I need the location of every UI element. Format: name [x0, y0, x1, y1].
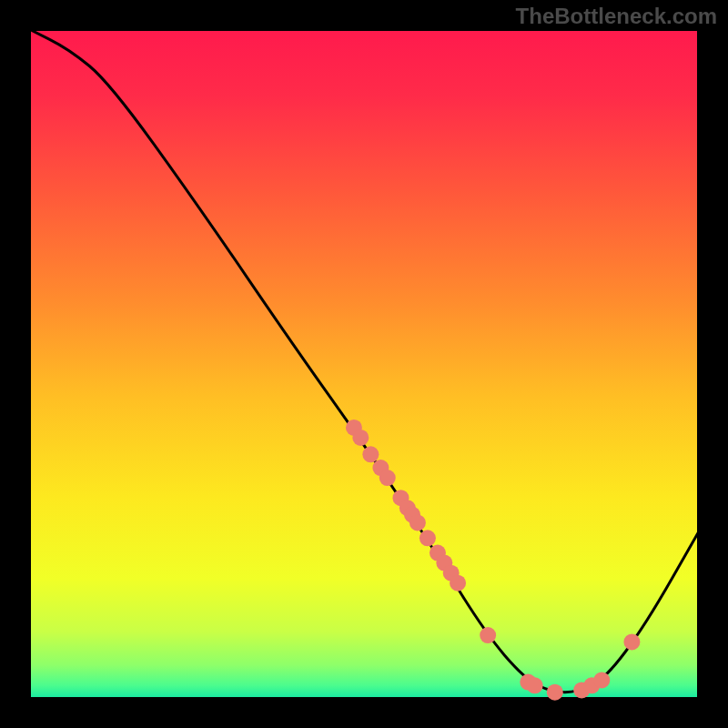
data-point	[362, 446, 379, 462]
data-point	[480, 627, 496, 643]
data-point	[450, 575, 466, 592]
data-point	[352, 430, 369, 446]
data-point	[527, 677, 543, 693]
watermark-text: TheBottleneck.com	[516, 4, 717, 29]
data-point	[379, 470, 396, 486]
chart-svg	[0, 0, 728, 728]
data-point	[623, 633, 640, 650]
data-point	[420, 530, 436, 546]
plot-background	[29, 29, 699, 699]
chart-frame: TheBottleneck.com	[0, 0, 728, 728]
data-point	[410, 514, 426, 531]
data-point	[593, 672, 610, 688]
data-point	[547, 684, 563, 701]
